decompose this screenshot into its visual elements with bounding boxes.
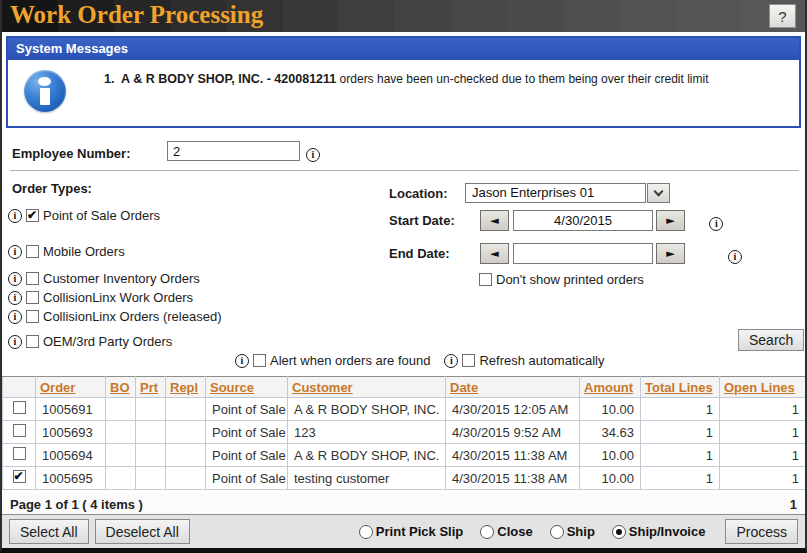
dont-show-printed-checkbox[interactable] xyxy=(479,273,492,286)
alert-checkbox[interactable] xyxy=(253,354,266,367)
customer-cell: A & R BODY SHOP, INC. xyxy=(288,444,446,467)
radio-label: Ship/Invoice xyxy=(629,524,706,539)
sort-total-lines[interactable]: Total Lines xyxy=(645,380,713,395)
employee-number-input[interactable] xyxy=(167,141,300,161)
checkbox-label: CollisionLinx Work Orders xyxy=(43,290,193,305)
row-checkbox[interactable] xyxy=(13,470,26,483)
open-lines-cell: 1 xyxy=(720,398,806,421)
source-cell: Point of Sale xyxy=(206,444,288,467)
repl-cell xyxy=(166,444,206,467)
radio-button[interactable] xyxy=(612,525,626,539)
checkbox-label: CollisionLinx Orders (released) xyxy=(43,309,221,324)
process-button[interactable]: Process xyxy=(725,519,798,544)
system-message-text: 1. A & R BODY SHOP, INC. - 420081211 ord… xyxy=(104,72,774,86)
radio-label: Ship xyxy=(567,524,595,539)
table-header-row: Order BO Prt Repl Source Customer Date A… xyxy=(3,377,806,398)
checkbox-label: Customer Inventory Orders xyxy=(43,271,200,286)
radio-ship[interactable]: Ship xyxy=(550,524,595,539)
end-date-input[interactable] xyxy=(513,243,653,264)
info-icon[interactable] xyxy=(8,272,22,286)
info-icon[interactable] xyxy=(444,354,458,368)
info-icon[interactable] xyxy=(8,245,22,259)
end-date-next-button[interactable] xyxy=(656,243,685,264)
end-date-info-icon[interactable] xyxy=(728,250,742,264)
prt-cell xyxy=(136,421,166,444)
order-cell: 1005695 xyxy=(36,467,106,490)
refresh-option: Refresh automatically xyxy=(444,353,604,368)
info-icon[interactable] xyxy=(8,335,22,349)
prt-cell xyxy=(136,444,166,467)
date-cell: 4/30/2015 11:38 AM xyxy=(446,444,580,467)
employee-number-info-icon[interactable] xyxy=(306,148,320,162)
open-lines-cell: 1 xyxy=(720,421,806,444)
row-checkbox[interactable] xyxy=(13,447,26,460)
checkbox-label: Mobile Orders xyxy=(43,244,125,259)
radio-button[interactable] xyxy=(550,525,564,539)
sort-date[interactable]: Date xyxy=(450,380,478,395)
sort-order[interactable]: Order xyxy=(40,380,75,395)
radio-close[interactable]: Close xyxy=(480,524,532,539)
sort-source[interactable]: Source xyxy=(210,380,254,395)
info-icon[interactable] xyxy=(8,310,22,324)
order-type-mobile: Mobile Orders xyxy=(8,244,125,259)
date-cell: 4/30/2015 9:52 AM xyxy=(446,421,580,444)
radio-button[interactable] xyxy=(480,525,494,539)
total-lines-cell: 1 xyxy=(641,444,720,467)
start-date-prev-button[interactable] xyxy=(480,210,509,231)
sort-amount[interactable]: Amount xyxy=(584,380,633,395)
employee-number-label: Employee Number: xyxy=(12,146,130,161)
location-select[interactable]: Jason Enterprises 01 xyxy=(465,183,646,203)
help-button[interactable]: ? xyxy=(769,4,796,28)
order-cell: 1005694 xyxy=(36,444,106,467)
footer-bar: Select All Deselect All Print Pick Slip … xyxy=(2,515,805,548)
page-title: Work Order Processing xyxy=(10,1,263,29)
start-date-next-button[interactable] xyxy=(656,210,685,231)
pager-page-number[interactable]: 1 xyxy=(790,497,797,512)
section-divider xyxy=(10,170,799,171)
sort-prt[interactable]: Prt xyxy=(140,380,158,395)
sort-bo[interactable]: BO xyxy=(110,380,130,395)
order-type-collisionlinx-work: CollisionLinx Work Orders xyxy=(8,290,193,305)
refresh-checkbox[interactable] xyxy=(462,354,475,367)
radio-ship-invoice[interactable]: Ship/Invoice xyxy=(612,524,706,539)
collisionlinx-work-checkbox[interactable] xyxy=(26,291,39,304)
collisionlinx-released-checkbox[interactable] xyxy=(26,310,39,323)
row-checkbox[interactable] xyxy=(13,424,26,437)
sort-repl[interactable]: Repl xyxy=(170,380,198,395)
sort-customer[interactable]: Customer xyxy=(292,380,353,395)
mobile-orders-checkbox[interactable] xyxy=(26,245,39,258)
chevron-down-icon xyxy=(654,187,664,197)
order-type-oem: OEM/3rd Party Orders xyxy=(8,334,172,349)
title-bar: Work Order Processing ? xyxy=(2,0,805,32)
customer-inventory-checkbox[interactable] xyxy=(26,272,39,285)
system-messages-panel: System Messages 1. A & R BODY SHOP, INC.… xyxy=(6,36,801,128)
total-lines-cell: 1 xyxy=(641,398,720,421)
info-icon[interactable] xyxy=(8,291,22,305)
select-all-button[interactable]: Select All xyxy=(9,519,89,544)
alert-option: Alert when orders are found xyxy=(235,353,430,368)
radio-print-pick-slip[interactable]: Print Pick Slip xyxy=(359,524,463,539)
deselect-all-button[interactable]: Deselect All xyxy=(95,519,190,544)
amount-cell: 10.00 xyxy=(580,444,641,467)
info-icon-large xyxy=(24,70,66,112)
select-column-header xyxy=(3,377,36,398)
start-date-info-icon[interactable] xyxy=(709,217,723,231)
sort-open-lines[interactable]: Open Lines xyxy=(724,380,795,395)
oem-checkbox[interactable] xyxy=(26,335,39,348)
order-type-point-of-sale: Point of Sale Orders xyxy=(8,208,160,223)
date-cell: 4/30/2015 12:05 AM xyxy=(446,398,580,421)
info-icon[interactable] xyxy=(8,209,22,223)
checkbox-label: Don't show printed orders xyxy=(496,272,644,287)
search-button[interactable]: Search xyxy=(738,329,804,351)
end-date-prev-button[interactable] xyxy=(480,243,509,264)
row-checkbox[interactable] xyxy=(13,401,26,414)
bo-cell xyxy=(106,421,136,444)
customer-cell: testing customer xyxy=(288,467,446,490)
repl-cell xyxy=(166,421,206,444)
location-dropdown-button[interactable] xyxy=(647,183,670,203)
info-icon[interactable] xyxy=(235,354,249,368)
radio-button[interactable] xyxy=(359,525,373,539)
start-date-input[interactable] xyxy=(513,210,653,231)
radio-label: Print Pick Slip xyxy=(376,524,463,539)
point-of-sale-checkbox[interactable] xyxy=(26,209,39,222)
